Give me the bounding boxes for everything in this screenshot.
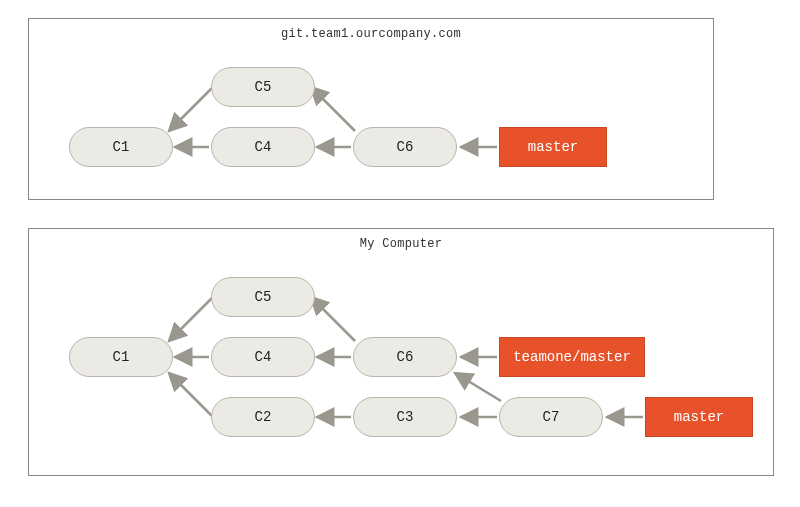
svg-line-8	[311, 297, 355, 341]
ref-local-master: master	[645, 397, 753, 437]
remote-edges	[29, 19, 715, 201]
commit-c5: C5	[211, 277, 315, 317]
commit-c4: C4	[211, 127, 315, 167]
commit-c7: C7	[499, 397, 603, 437]
svg-line-7	[169, 297, 213, 341]
svg-line-13	[455, 373, 501, 401]
commit-c2: C2	[211, 397, 315, 437]
local-panel: My Computer C1 C4 C6 C5 C2 C3 C7 teamone…	[28, 228, 774, 476]
svg-line-2	[169, 87, 213, 131]
remote-panel: git.team1.ourcompany.com C1 C4 C6 C5 mas…	[28, 18, 714, 200]
commit-c6: C6	[353, 337, 457, 377]
commit-c5: C5	[211, 67, 315, 107]
commit-c3: C3	[353, 397, 457, 437]
svg-line-10	[169, 373, 213, 417]
local-panel-title: My Computer	[29, 237, 773, 251]
commit-c6: C6	[353, 127, 457, 167]
remote-panel-title: git.team1.ourcompany.com	[29, 27, 713, 41]
commit-c1: C1	[69, 127, 173, 167]
svg-line-3	[311, 87, 355, 131]
ref-remote-master: master	[499, 127, 607, 167]
commit-c1: C1	[69, 337, 173, 377]
ref-teamone-master: teamone/master	[499, 337, 645, 377]
commit-c4: C4	[211, 337, 315, 377]
